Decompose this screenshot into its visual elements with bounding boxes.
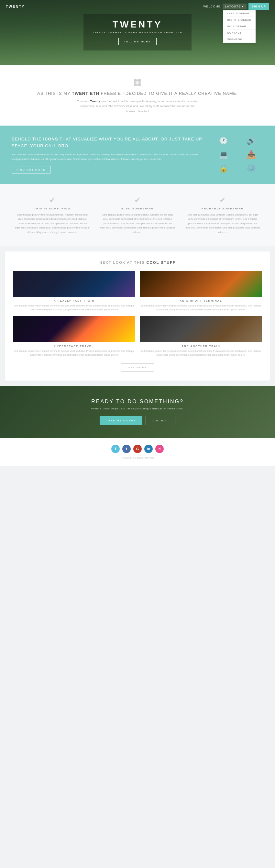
social-icons: T f G in d [6, 445, 269, 453]
intro-heading: AS THIS IS MY TWENTIETH FREEBIE I DECIDE… [20, 91, 255, 96]
gallery-body-1: Sed tristique purus vitae volutpat commo… [13, 304, 135, 312]
gallery-img-airport [140, 271, 262, 297]
hero-box: TWENTY THIS IS TWENTY: A FREE RESPONSIVE… [84, 14, 191, 51]
gallery-grid: A REALLY FAST TRAIN Sed tristique purus … [13, 271, 262, 357]
checkmark-icon-3: ✔ [185, 195, 260, 205]
cta-body: Proin a ullamcorper elit, et sagittis tu… [10, 407, 265, 410]
gallery-body-2: Sed tristique purus vitae volutpat commo… [140, 304, 262, 312]
dropdown-item-submenu[interactable]: SUBMENU [223, 36, 255, 43]
dropdown-item-right-sidebar[interactable]: RIGHT SIDEBAR [223, 17, 255, 23]
intro-heading-pre: AS THIS IS MY [37, 91, 72, 96]
teal-section: BEHOLD THE ICONS THAT VISUALIZE WHAT YOU… [0, 126, 275, 184]
twitter-icon[interactable]: T [111, 445, 120, 453]
check-body-2: Sed tristique purus vitae volutpat ultri… [100, 213, 175, 235]
checkmark-icon-1: ✔ [15, 195, 90, 205]
gallery-item-1: A REALLY FAST TRAIN Sed tristique purus … [13, 271, 135, 312]
hero-content: TWENTY THIS IS TWENTY: A FREE RESPONSIVE… [84, 14, 191, 51]
gear-icon: ⚙️ [247, 164, 256, 173]
gallery-title-1: A REALLY FAST TRAIN [13, 299, 135, 302]
dropdown-item-no-sidebar[interactable]: NO SIDEBAR [223, 23, 255, 30]
intro-section: ▦ AS THIS IS MY TWENTIETH FREEBIE I DECI… [0, 65, 275, 126]
intro-body: Turns out Twenty was the best I could co… [76, 99, 199, 114]
cta-secondary-button[interactable]: LOL WUT [146, 416, 175, 425]
laptop-icon: 💻 [219, 150, 228, 159]
gallery-title-4: AND ANOTHER TRAIN [140, 345, 262, 348]
main-nav: TWENTY WELCOME LAYOUTS ▾ SIGN UP LEFT SI… [0, 0, 275, 13]
nav-right: WELCOME LAYOUTS ▾ SIGN UP [203, 3, 269, 10]
hero-cta-button[interactable]: TELL ME MORE [118, 38, 156, 45]
cool-heading: NEXT LOOK AT THIS COOL STUFF [13, 260, 262, 265]
layouts-dropdown-menu: LEFT SIDEBAR RIGHT SIDEBAR NO SIDEBAR CO… [223, 10, 255, 43]
cta-section: READY TO DO SOMETHING? Proin a ullamcorp… [0, 386, 275, 438]
inbox-icon: 📥 [247, 150, 256, 159]
check-item-2: ✔ ALSO SOMETHING Sed tristique purus vit… [95, 195, 180, 235]
gallery-body-4: Sed tristique purus vitae volutpat commo… [140, 349, 262, 357]
nav-layouts-dropdown[interactable]: LAYOUTS ▾ [222, 4, 247, 9]
dropdown-item-contact[interactable]: CONTACT [223, 30, 255, 36]
cta-heading: READY TO DO SOMETHING? [10, 399, 265, 405]
cta-buttons: TAKE MY MONEY LOL WUT [10, 416, 265, 425]
teal-cta-button[interactable]: FIND OUT MORE [12, 166, 51, 174]
hero-subtitle-brand: TWENTY [108, 31, 122, 34]
check-title-2: ALSO SOMETHING [100, 207, 175, 210]
speaker-icon: 🔊 [247, 136, 256, 145]
dribbble-icon[interactable]: d [155, 445, 164, 453]
chevron-down-icon: ▾ [242, 5, 244, 8]
hero-subtitle-pre: THIS IS [93, 31, 108, 34]
gallery-item-3: HYPERSPACE TRAVEL Sed tristique purus vi… [13, 316, 135, 357]
gallery-title-3: HYPERSPACE TRAVEL [13, 345, 135, 348]
check-title-1: THIS IS SOMETHING [15, 207, 90, 210]
checkmark-icon-2: ✔ [100, 195, 175, 205]
bar-chart-icon: ▦ [20, 76, 255, 87]
gallery-img-hyperspace [13, 316, 135, 342]
google-plus-icon[interactable]: G [133, 445, 142, 453]
hero-subtitle-post: : A FREE RESPONSIVE TEMPLATE [122, 31, 182, 34]
gallery-img-train3 [140, 316, 262, 342]
teal-body: Sed tristique purus vitae volutpat ultri… [12, 152, 204, 161]
teal-icons-grid: 🕐 🔊 💻 📥 🔒 ⚙️ [212, 136, 263, 174]
gallery-title-2: AN AIRPORT TERMINAL [140, 299, 262, 302]
gallery-img-train1 [13, 271, 135, 297]
check-item-3: ✔ PROBABLY SOMETHING Sed tristique purus… [180, 195, 265, 235]
intro-heading-post: FREEBIE I DECIDED TO GIVE IT A REALLY CR… [99, 91, 238, 96]
teal-left: BEHOLD THE ICONS THAT VISUALIZE WHAT YOU… [12, 136, 204, 174]
see-more-button[interactable]: SEE MORE [121, 364, 154, 372]
see-more-wrap: SEE MORE [13, 364, 262, 372]
nav-welcome[interactable]: WELCOME [203, 5, 221, 8]
intro-heading-brand: TWENTIETH [72, 91, 99, 96]
cool-section: NEXT LOOK AT THIS COOL STUFF A REALLY FA… [5, 251, 270, 381]
footer: T f G in d © SitShat. All rights reserve… [0, 438, 275, 466]
check-body-3: Sed tristique purus vitae volutpat ultri… [185, 213, 260, 235]
gallery-body-3: Sed tristique purus vitae volutpat commo… [13, 349, 135, 357]
hero-title: TWENTY [93, 20, 182, 30]
facebook-icon[interactable]: f [122, 445, 131, 453]
footer-copyright: © SitShat. All rights reserved. [6, 456, 269, 459]
gallery-item-2: AN AIRPORT TERMINAL Sed tristique purus … [140, 271, 262, 312]
nav-signup-button[interactable]: SIGN UP [248, 3, 269, 10]
check-body-1: Sed tristique purus vitae volutpat ultri… [15, 213, 90, 235]
clock-icon: 🕐 [219, 136, 228, 145]
dropdown-item-left-sidebar[interactable]: LEFT SIDEBAR [223, 10, 255, 17]
cta-primary-button[interactable]: TAKE MY MONEY [100, 416, 142, 425]
linkedin-icon[interactable]: in [144, 445, 153, 453]
teal-heading: BEHOLD THE ICONS THAT VISUALIZE WHAT YOU… [12, 136, 204, 150]
checks-section: ✔ THIS IS SOMETHING Sed tristique purus … [0, 184, 275, 246]
check-item-1: ✔ THIS IS SOMETHING Sed tristique purus … [10, 195, 95, 235]
check-title-3: PROBABLY SOMETHING [185, 207, 260, 210]
nav-logo: TWENTY [6, 4, 25, 8]
gallery-item-4: AND ANOTHER TRAIN Sed tristique purus vi… [140, 316, 262, 357]
hero-subtitle: THIS IS TWENTY: A FREE RESPONSIVE TEMPLA… [93, 31, 182, 34]
hero-section: TWENTY WELCOME LAYOUTS ▾ SIGN UP LEFT SI… [0, 0, 275, 65]
lock-icon: 🔒 [219, 164, 228, 173]
